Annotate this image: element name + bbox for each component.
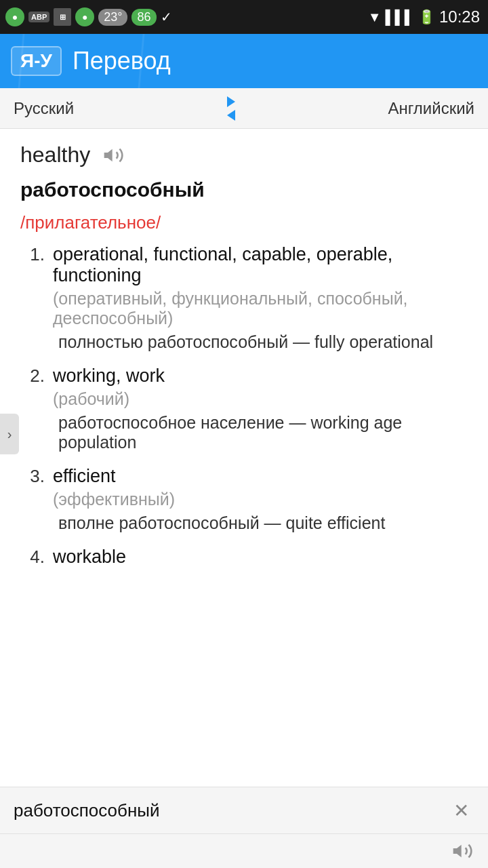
temp-display: 23° [98, 9, 127, 26]
search-input[interactable] [14, 800, 448, 821]
def-main-4: workable [53, 547, 468, 568]
battery-icon: 🔋 [418, 9, 435, 25]
signal-icon: ▌▌▌ [385, 9, 414, 25]
def-example-2: работоспособное население — working age … [58, 413, 468, 452]
word-header-row: healthy [20, 142, 468, 167]
def-num-2: 2. [20, 366, 45, 452]
svg-marker-0 [104, 149, 113, 161]
arrow-right-icon [227, 96, 235, 107]
clock: 10:28 [439, 7, 480, 26]
def-num-4: 4. [20, 547, 45, 570]
def-example-1: полностью работоспособный — fully operat… [58, 332, 468, 352]
bottom-actions-row [0, 834, 488, 868]
table-icon: ⊞ [54, 8, 71, 26]
word-speaker-button[interactable] [101, 143, 125, 167]
status-icon-green2: ● [75, 7, 94, 26]
translation-word: работоспособный [20, 178, 468, 201]
definition-item-2: 2. working, work (рабочий) работоспособн… [20, 366, 468, 452]
wifi-icon: ▼ [368, 9, 382, 25]
def-main-2: working, work [53, 366, 468, 387]
svg-marker-1 [453, 845, 462, 858]
def-main-3: efficient [53, 466, 468, 487]
def-main-1: operational, functional, capable, operab… [53, 244, 468, 286]
side-tab[interactable]: › [0, 414, 19, 454]
status-bar-left: ● АВР ⊞ ● 23° 86 ✓ [5, 7, 172, 26]
def-num-3: 3. [20, 466, 45, 533]
abp-icon: АВР [28, 12, 49, 22]
def-russian-2: (рабочий) [53, 389, 468, 409]
definition-item-4: 4. workable [20, 547, 468, 570]
def-russian-3: (эффективный) [53, 490, 468, 509]
definitions-list: 1. operational, functional, capable, ope… [20, 244, 468, 570]
chevron-right-icon: › [7, 427, 12, 442]
def-content-3: efficient (эффективный) вполне работоспо… [53, 466, 468, 533]
check-icon: ✓ [161, 9, 172, 25]
main-content: healthy работоспособный /прилагательное/… [0, 129, 488, 807]
definition-item-3: 3. efficient (эффективный) вполне работо… [20, 466, 468, 533]
def-russian-1: (оперативный, функциональный, способный,… [53, 289, 468, 328]
language-switch-button[interactable] [227, 96, 235, 121]
header-watermark [18, 34, 146, 88]
app-header: Я-У Перевод [0, 34, 488, 88]
def-content-4: workable [53, 547, 468, 570]
clear-button[interactable]: ✕ [448, 794, 474, 827]
bottom-speaker-button[interactable] [450, 839, 474, 863]
battery-percent: 86 [131, 9, 156, 26]
arrow-left-icon [227, 110, 235, 121]
search-word: healthy [20, 142, 90, 167]
status-bar-right: ▼ ▌▌▌ 🔋 10:28 [368, 7, 480, 26]
status-icon-green: ● [5, 7, 24, 26]
def-num-1: 1. [20, 244, 45, 352]
status-bar: ● АВР ⊞ ● 23° 86 ✓ ▼ ▌▌▌ 🔋 10:28 [0, 0, 488, 34]
language-selector[interactable]: Русский Английский [0, 88, 488, 129]
part-of-speech: /прилагательное/ [20, 212, 468, 233]
def-content-1: operational, functional, capable, operab… [53, 244, 468, 352]
source-language[interactable]: Русский [14, 99, 74, 118]
search-input-row[interactable]: ✕ [0, 787, 488, 834]
bottom-bar: ✕ [0, 787, 488, 868]
target-language[interactable]: Английский [388, 99, 474, 118]
def-example-3: вполне работоспособный — quite efficient [58, 513, 468, 533]
def-content-2: working, work (рабочий) работоспособное … [53, 366, 468, 452]
definition-item-1: 1. operational, functional, capable, ope… [20, 244, 468, 352]
